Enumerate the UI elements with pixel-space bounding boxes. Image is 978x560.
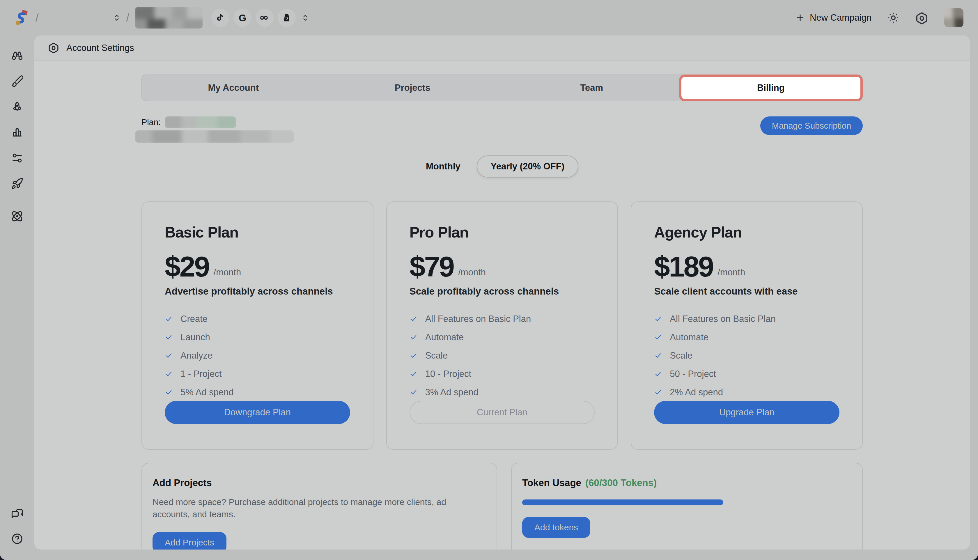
monthly-option[interactable]: Monthly (426, 161, 460, 172)
spaceship-icon[interactable] (11, 101, 23, 113)
feature-item: 3% Ad spend (410, 387, 595, 398)
chevrons-up-down-icon[interactable] (302, 14, 309, 22)
feature-item: Scale (654, 350, 840, 361)
add-tokens-button[interactable]: Add tokens (522, 517, 590, 538)
redacted-blur (45, 11, 107, 25)
pricing-card-basic: Basic Plan $29 /month Advertise profitab… (142, 202, 373, 450)
main-panel: Account Settings My Account Projects Tea… (34, 35, 970, 550)
redacted-blur (165, 117, 236, 128)
check-icon (654, 315, 662, 323)
bar-chart-icon[interactable] (11, 126, 23, 138)
plan-period: /month (214, 267, 241, 279)
check-icon (654, 352, 662, 360)
current-plan-button: Current Plan (410, 401, 595, 424)
tiktok-icon[interactable] (211, 9, 229, 27)
check-icon (410, 333, 418, 342)
plan-period: /month (718, 267, 745, 279)
yearly-option[interactable]: Yearly (20% OFF) (477, 155, 578, 178)
app-window: / / G S (0, 0, 978, 560)
feature-item: 2% Ad spend (654, 387, 840, 398)
check-icon (654, 333, 662, 342)
feature-item: Automate (410, 332, 595, 343)
feature-item: Launch (165, 332, 350, 343)
check-icon (410, 352, 418, 360)
panel-body: My Account Projects Team Billing Plan: (34, 61, 970, 550)
plan-price: $29 (165, 254, 209, 279)
plan-tagline: Scale profitably across channels (410, 286, 595, 297)
feature-item: Create (165, 314, 350, 324)
page-header: Account Settings (34, 35, 970, 61)
check-icon (165, 370, 173, 378)
feature-item: Scale (410, 350, 595, 361)
feature-item: Analyze (165, 350, 350, 361)
feature-item: All Features on Basic Plan (410, 314, 595, 324)
feature-item: Automate (654, 332, 840, 343)
plus-icon (795, 13, 805, 23)
breadcrumb-separator: / (126, 12, 130, 24)
new-campaign-label: New Campaign (810, 13, 871, 23)
feature-item: 50 - Project (654, 369, 840, 379)
tab-team[interactable]: Team (502, 77, 681, 99)
breadcrumb-separator: / (35, 12, 39, 24)
svg-text:S: S (285, 16, 288, 20)
upgrade-plan-button[interactable]: Upgrade Plan (654, 401, 840, 424)
chat-bubbles-icon[interactable] (11, 507, 23, 519)
manage-subscription-button[interactable]: Manage Subscription (760, 117, 863, 135)
sliders-icon[interactable] (11, 152, 23, 164)
token-usage-title: Token Usage (522, 477, 581, 488)
sun-icon[interactable] (887, 12, 900, 24)
chevrons-up-down-icon[interactable] (113, 14, 120, 22)
breadcrumb: / / G S (13, 7, 309, 28)
plan-label: Plan: (142, 118, 161, 127)
brush-icon[interactable] (11, 75, 23, 87)
redacted-plan-details (135, 130, 294, 143)
top-bar-actions: New Campaign (795, 8, 963, 27)
help-circle-icon[interactable] (11, 533, 23, 545)
feature-item: 1 - Project (165, 369, 350, 379)
token-usage-card: Token Usage (60/300 Tokens) Add tokens (511, 463, 863, 550)
tab-projects[interactable]: Projects (323, 77, 502, 99)
page-title: Account Settings (67, 43, 134, 53)
brand-logo-icon[interactable] (13, 9, 30, 26)
tab-my-account[interactable]: My Account (144, 77, 323, 99)
pricing-card-agency: Agency Plan $189 /month Scale client acc… (631, 202, 863, 450)
check-icon (165, 333, 173, 342)
check-icon (165, 352, 173, 360)
add-projects-card: Add Projects Need more space? Purchase a… (142, 463, 497, 550)
platform-icons-group: G S (211, 9, 296, 27)
binoculars-icon[interactable] (11, 50, 23, 62)
downgrade-plan-button[interactable]: Downgrade Plan (165, 401, 350, 424)
avatar[interactable] (944, 8, 963, 27)
sidebar-divider (9, 200, 25, 200)
check-icon (654, 388, 662, 397)
new-campaign-button[interactable]: New Campaign (795, 13, 871, 23)
redacted-blur (944, 8, 963, 27)
add-projects-button[interactable]: Add Projects (153, 532, 227, 550)
check-icon (165, 315, 173, 323)
current-plan-info: Plan: (142, 117, 294, 143)
plan-name: Pro Plan (410, 223, 595, 241)
check-icon (410, 315, 418, 323)
settings-hex-icon[interactable] (915, 12, 928, 24)
check-icon (410, 388, 418, 397)
feature-item: All Features on Basic Plan (654, 314, 840, 324)
settings-tabs: My Account Projects Team Billing (142, 75, 863, 101)
feature-item: 10 - Project (410, 369, 595, 379)
check-icon (654, 370, 662, 378)
token-usage-bar (522, 500, 852, 505)
meta-icon[interactable] (256, 9, 273, 27)
google-icon[interactable]: G (233, 9, 252, 27)
atom-icon[interactable] (11, 210, 23, 222)
plan-price: $189 (654, 254, 713, 279)
billing-period-toggle: Monthly Yearly (20% OFF) (142, 155, 863, 178)
pricing-cards: Basic Plan $29 /month Advertise profitab… (142, 202, 863, 450)
rocket-icon[interactable] (11, 178, 23, 190)
shopify-icon[interactable]: S (278, 9, 296, 27)
redacted-project-thumbnail[interactable] (135, 7, 203, 28)
redacted-blur (135, 7, 203, 28)
plan-tagline: Scale client accounts with ease (654, 286, 840, 297)
tab-billing[interactable]: Billing (681, 77, 861, 99)
redacted-workspace-name[interactable] (45, 11, 107, 25)
add-projects-description: Need more space? Purchase additional pro… (153, 496, 470, 520)
pricing-card-pro: Pro Plan $79 /month Scale profitably acr… (386, 202, 618, 450)
